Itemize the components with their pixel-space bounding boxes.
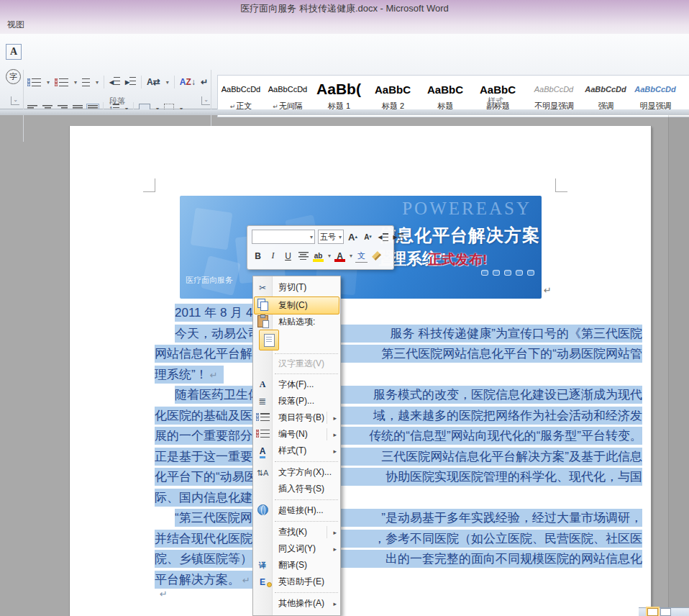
sort-button[interactable]: AZ↓ — [180, 77, 196, 87]
font-icon: A — [253, 379, 272, 390]
multilevel-list-button[interactable] — [82, 78, 90, 86]
context-menu-item[interactable]: 项目符号(B) ▸ — [253, 409, 340, 426]
paste-keep-text-icon[interactable] — [259, 330, 279, 350]
banner-nav-button — [493, 270, 500, 276]
status-bar — [639, 607, 689, 616]
context-menu-item[interactable]: ✂ 剪切(T) — [253, 278, 340, 296]
submenu-arrow-icon: ▸ — [333, 545, 337, 553]
ribbon-tab-view[interactable]: 视图 — [7, 19, 24, 31]
font-color-button[interactable]: A — [334, 250, 346, 263]
context-menu-item[interactable]: 复制(C) — [253, 296, 340, 314]
show-hide-marks-button[interactable]: ↵ — [201, 77, 208, 87]
enclose-characters-button[interactable]: 字 — [6, 69, 21, 84]
banner-nav-buttons — [481, 270, 534, 276]
margin-crop-mark-left — [143, 178, 155, 192]
context-menu-item[interactable]: 插入符号(S) — [253, 481, 340, 497]
menu-item-label: 查找(K) — [272, 526, 307, 538]
paragraph-tools-row1: ▾ ▾ ▾ ◂ ▸ A⇄▾ AZ↓ ↵ — [27, 76, 208, 89]
context-menu-item[interactable]: A 字体(F)... — [253, 376, 340, 393]
context-menu-item[interactable]: 超链接(H)... — [253, 502, 340, 519]
style-sample: AaBbCcDd — [218, 78, 264, 100]
submenu-arrow-icon: ▸ — [333, 448, 337, 455]
submenu-arrow-icon: ▸ — [333, 600, 337, 607]
menu-item-label: 超链接(H)... — [272, 504, 324, 517]
context-menu-item[interactable]: 查找(K) ▸ — [253, 524, 340, 540]
context-menu-item[interactable]: 其他操作(A) ▸ — [253, 595, 340, 612]
menu-item-label: 文字方向(X)... — [272, 466, 332, 479]
context-menu-item[interactable]: ≣ 段落(P)... — [253, 393, 340, 409]
asian-layout-button[interactable]: A⇄ — [147, 77, 160, 87]
banner-nav-button — [516, 270, 523, 276]
grow-font-icon[interactable] — [347, 230, 359, 243]
context-menu-item[interactable]: 汉字重选(V) — [253, 356, 340, 371]
text-highlight-button[interactable]: ab — [312, 250, 324, 263]
context-menu-item[interactable]: 译 翻译(S) — [253, 557, 340, 574]
menu-item-label: 编号(N) — [272, 428, 308, 440]
copy-icon — [253, 299, 272, 312]
menu-item-label: 样式(T) — [272, 445, 306, 457]
character-border-button[interactable]: A — [6, 44, 22, 60]
menu-item-label: 翻译(S) — [272, 559, 307, 571]
italic-button[interactable]: I — [267, 250, 279, 263]
window-title: 医疗面向服务 科技传递健康.docx - Microsoft Word — [0, 2, 689, 15]
translate-icon: 译 — [253, 560, 272, 571]
underline-button[interactable]: U — [282, 250, 294, 263]
increase-indent-button[interactable]: ▸ — [125, 77, 136, 87]
menu-item-label: 复制(C) — [272, 299, 308, 312]
decrease-indent-icon[interactable]: ◂ — [377, 230, 389, 243]
font-name-combo[interactable]: ▾ — [252, 230, 315, 244]
context-menu-item[interactable]: A 样式(T) ▸ — [253, 443, 340, 459]
scissors-icon: ✂ — [253, 283, 272, 293]
print-layout-view-icon[interactable] — [647, 608, 658, 616]
style-sample: AaBbC — [419, 78, 471, 100]
bullets-icon — [253, 413, 272, 423]
banner-watermark: POWEREASY — [402, 199, 531, 219]
menu-item-label: 同义词(Y) — [272, 543, 316, 555]
margin-crop-mark-right — [555, 178, 567, 192]
center-align-icon[interactable] — [297, 250, 309, 263]
menu-item-label: 段落(P)... — [272, 395, 314, 407]
menu-item-label: 粘贴选项: — [272, 316, 315, 328]
format-painter-icon[interactable] — [370, 250, 383, 263]
increase-indent-icon[interactable]: ▸ — [392, 230, 404, 243]
banner-nav-button — [504, 270, 511, 276]
menu-item-label: 插入符号(S) — [272, 483, 324, 495]
shrink-font-icon[interactable] — [362, 230, 374, 243]
title-bar: 医疗面向服务 科技传递健康.docx - Microsoft Word 视图 — [0, 0, 689, 34]
font-dialog-launcher-icon[interactable] — [11, 96, 19, 105]
decrease-indent-button[interactable]: ◂ — [109, 77, 120, 87]
paragraph-dialog-launcher-icon[interactable] — [201, 96, 210, 105]
style-sample: AaBbCcDd — [583, 78, 628, 100]
context-menu-item[interactable]: ⇅A 文字方向(X)... — [253, 464, 340, 481]
ribbon: A 字 ▾ ▾ ▾ ◂ ▸ A⇄▾ AZ↓ ↵ ↕▾ ▾ ▾ 段落 AaBbCc… — [0, 34, 689, 109]
full-screen-reading-view-icon[interactable] — [660, 608, 671, 616]
style-sample: AaBb( — [311, 78, 366, 100]
styles-group-label: 样式 — [488, 96, 503, 107]
banner-release-text: 正式发布! — [428, 250, 487, 269]
submenu-arrow-icon: ▸ — [333, 529, 337, 536]
style-sample: AaBbCcDd — [264, 78, 311, 100]
font-size-combo[interactable]: 五号▾ — [318, 230, 344, 244]
menu-item-label: 项目符号(B) — [272, 412, 324, 424]
english-assistant-icon: E — [253, 577, 272, 587]
numbering-icon — [253, 430, 272, 440]
submenu-arrow-icon: ▸ — [333, 415, 337, 422]
banner-nav-button — [481, 270, 488, 276]
context-menu-item[interactable]: 编号(N) ▸ — [253, 426, 340, 443]
ribbon-lower-edge — [0, 109, 689, 115]
context-menu-item[interactable]: E 英语助手(E) — [253, 574, 340, 590]
styles-icon: A — [253, 446, 272, 456]
paste-options-row — [253, 330, 340, 351]
context-menu-item[interactable]: 粘贴选项: — [253, 314, 340, 330]
bullets-button[interactable] — [27, 78, 41, 86]
bold-button[interactable]: B — [252, 250, 264, 263]
numbering-button[interactable] — [55, 78, 68, 86]
style-sample: AaBbCcDd — [524, 78, 583, 100]
context-menu-item[interactable]: 同义词(Y) ▸ — [253, 540, 340, 557]
hyperlink-icon — [253, 504, 272, 517]
style-sample: AaBbC — [366, 78, 419, 100]
phonetic-guide-button[interactable]: 文 — [355, 249, 368, 263]
paragraph-icon: ≣ — [253, 396, 272, 407]
menu-item-label: 字体(F)... — [272, 379, 314, 391]
mini-toolbar: ▾ 五号▾ ◂ ▸ B I U ab▾ A▾ 文 — [247, 225, 394, 270]
